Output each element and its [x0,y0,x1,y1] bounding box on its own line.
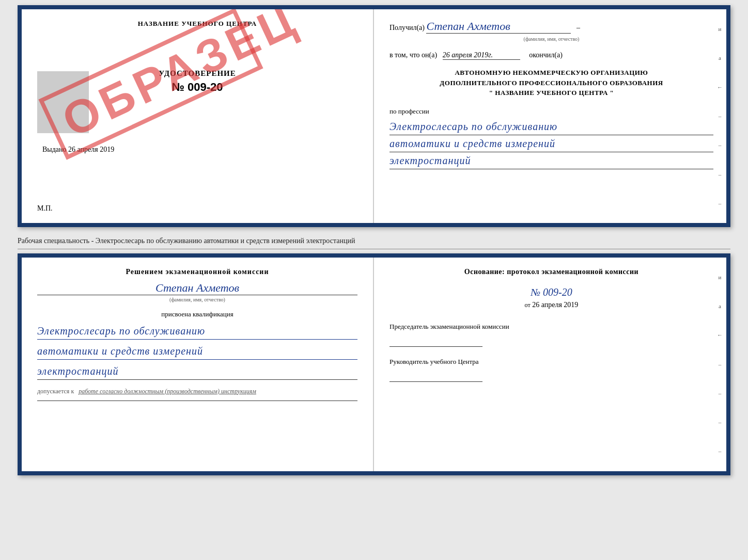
issued-date: Выдано 26 апреля 2019 [37,146,357,154]
completed-line: в том, что он(а) 26 апреля 2019г. окончи… [389,51,713,60]
completed-suffix: окончил(а) [529,51,563,59]
top-left-panel: НАЗВАНИЕ УЧЕБНОГО ЦЕНТРА УДОСТОВЕРЕНИЕ №… [22,9,374,223]
allowed-italic: работе согласно должностным (производств… [79,388,256,395]
fio-label-top: (фамилия, имя, отчество) [389,36,713,42]
director-signature-line [389,372,482,382]
top-right-panel: Получил(а) Степан Ахметов – (фамилия, им… [374,9,726,223]
received-prefix: Получил(а) [389,24,425,31]
profession-line1: Электрослесарь по обслуживанию [389,118,713,135]
mp-label: М.П. [37,204,53,213]
side-decoration-top: и а ← – – – – [713,9,726,223]
commission-header: Решением экзаменационной комиссии [37,268,357,276]
org-line1: АВТОНОМНУЮ НЕКОММЕРЧЕСКУЮ ОРГАНИЗАЦИЮ [455,69,648,76]
director-label: Руководитель учебного Центра [389,357,713,366]
profession-label: по профессии [389,107,713,116]
issued-date-value: 26 апреля 2019 [68,146,114,153]
completed-prefix: в том, что он(а) [389,51,437,59]
bottom-right-panel: Основание: протокол экзаменационной коми… [374,258,726,471]
school-name-top: НАЗВАНИЕ УЧЕБНОГО ЦЕНТРА [37,20,357,28]
org-line3: " НАЗВАНИЕ УЧЕБНОГО ЦЕНТРА " [489,89,614,97]
date-value: 26 апреля 2019 [532,301,578,309]
received-name: Степан Ахметов [426,20,571,34]
basis-header: Основание: протокол экзаменационной коми… [389,268,713,276]
issued-prefix: Выдано [42,146,67,153]
qualification-line2: автоматики и средств измерений [37,343,357,360]
bottom-document: Решением экзаменационной комиссии Степан… [18,253,730,475]
chairman-signature-line [389,337,482,347]
completed-date: 26 апреля 2019г. [443,51,520,60]
fio-label-bottom: (фамилия, имя, отчество) [37,297,357,302]
profession-line3: электростанций [389,152,713,169]
org-block: АВТОНОМНУЮ НЕКОММЕРЧЕСКУЮ ОРГАНИЗАЦИЮ ДО… [389,68,713,98]
received-line: Получил(а) Степан Ахметов – [389,20,713,34]
chairman-label: Председатель экзаменационной комиссии [389,322,713,331]
allowed-text: допускается к работе согласно должностны… [37,388,357,401]
person-name-bottom: Степан Ахметов [37,281,357,295]
side-decoration-bottom: и а ← – – – – [713,258,726,471]
date-prefix: от [525,301,531,309]
qualification-line1: Электрослесарь по обслуживанию [37,323,357,340]
photo-placeholder [37,71,89,133]
middle-text-content: Рабочая специальность - Электрослесарь п… [18,237,355,245]
allowed-prefix: допускается к [37,388,74,395]
protocol-date: от 26 апреля 2019 [389,301,713,309]
protocol-number: № 009-20 [389,286,713,298]
qualification-line3: электростанций [37,363,357,380]
middle-text: Рабочая специальность - Электрослесарь п… [18,233,730,249]
profession-line2: автоматики и средств измерений [389,135,713,152]
top-document: НАЗВАНИЕ УЧЕБНОГО ЦЕНТРА УДОСТОВЕРЕНИЕ №… [18,5,730,227]
bottom-left-panel: Решением экзаменационной комиссии Степан… [22,258,374,471]
qualification-label: присвоена квалификация [37,310,357,318]
org-line2: ДОПОЛНИТЕЛЬНОГО ПРОФЕССИОНАЛЬНОГО ОБРАЗО… [440,79,663,87]
